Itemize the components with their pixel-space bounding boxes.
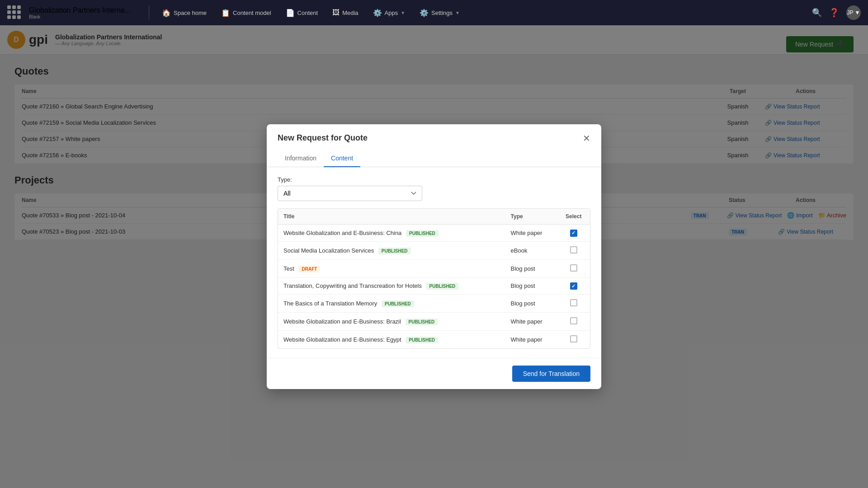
select-checkbox[interactable] bbox=[570, 282, 577, 290]
content-title: Social Media Localization Services PUBLI… bbox=[278, 241, 505, 259]
content-title: Translation, Copywriting and Transcreati… bbox=[278, 277, 505, 295]
col-title: Title bbox=[278, 209, 505, 225]
home-icon: 🏠 bbox=[162, 9, 171, 17]
send-translation-label: Send for Translation bbox=[523, 370, 580, 377]
content-title: Website Globalization and E-Business: Ch… bbox=[278, 225, 505, 242]
type-form-group: Type: AllBlog posteBookWhite paper bbox=[278, 176, 590, 201]
content-type: Blog post bbox=[505, 295, 557, 313]
nav-space-home[interactable]: 🏠 Space home bbox=[156, 6, 212, 20]
modal-overlay: New Request for Quote ✕ Information Cont… bbox=[0, 25, 868, 488]
content-select bbox=[557, 225, 590, 242]
content-select bbox=[557, 241, 590, 259]
status-badge: PUBLISHED bbox=[378, 248, 411, 254]
select-checkbox[interactable] bbox=[570, 230, 577, 237]
content-row: The Basics of a Translation Memory PUBLI… bbox=[278, 295, 590, 313]
status-badge: PUBLISHED bbox=[426, 283, 459, 290]
content-type: White paper bbox=[505, 225, 557, 242]
content-select bbox=[557, 331, 590, 349]
content-table-wrapper: Title Type Select Website Globalization … bbox=[278, 208, 590, 349]
brand-title: Globalization Partners Interna... Blank bbox=[29, 6, 131, 19]
content-model-icon: 📋 bbox=[221, 9, 230, 17]
tab-content[interactable]: Content bbox=[324, 150, 360, 167]
col-select: Select bbox=[557, 209, 590, 225]
content-type: White paper bbox=[505, 331, 557, 349]
content-row: Translation, Copywriting and Transcreati… bbox=[278, 277, 590, 295]
status-badge: PUBLISHED bbox=[406, 319, 438, 325]
content-title: Test DRAFT bbox=[278, 259, 505, 277]
content-select bbox=[557, 277, 590, 295]
brand-sub: Blank bbox=[29, 14, 131, 19]
select-checkbox[interactable] bbox=[570, 246, 577, 253]
apps-icon: ⚙️ bbox=[373, 9, 382, 17]
content-row: Website Globalization and E-Business: Br… bbox=[278, 313, 590, 331]
modal-body: Type: AllBlog posteBookWhite paper Title… bbox=[267, 167, 601, 358]
content-select bbox=[557, 259, 590, 277]
type-label: Type: bbox=[278, 176, 590, 183]
nav-divider bbox=[149, 5, 149, 20]
content-table-scroll[interactable]: Title Type Select Website Globalization … bbox=[278, 209, 590, 348]
nav-media-label: Media bbox=[342, 9, 358, 16]
nav-settings-label: Settings bbox=[431, 9, 453, 16]
content-type: Blog post bbox=[505, 259, 557, 277]
modal-title: New Request for Quote bbox=[278, 133, 368, 143]
nav-apps-label: Apps bbox=[385, 9, 398, 16]
content-select bbox=[557, 313, 590, 331]
content-row: Website Globalization and E-Business: Ch… bbox=[278, 225, 590, 242]
content-title: Website Globalization and E-Business: Br… bbox=[278, 313, 505, 331]
page-content: D gpi Globalization Partners Internation… bbox=[0, 25, 868, 488]
content-title: The Basics of a Translation Memory PUBLI… bbox=[278, 295, 505, 313]
tab-information-label: Information bbox=[285, 155, 316, 162]
content-type: White paper bbox=[505, 313, 557, 331]
nav-content-model[interactable]: 📋 Content model bbox=[216, 6, 277, 20]
status-badge: PUBLISHED bbox=[406, 230, 439, 237]
main-content: D gpi Globalization Partners Internation… bbox=[0, 25, 868, 488]
status-badge: PUBLISHED bbox=[382, 300, 414, 307]
modal-dialog: New Request for Quote ✕ Information Cont… bbox=[267, 124, 601, 389]
nav-content-label: Content bbox=[297, 9, 318, 16]
modal-header: New Request for Quote ✕ bbox=[267, 124, 601, 143]
top-navbar: Globalization Partners Interna... Blank … bbox=[0, 0, 868, 25]
topnav-right-actions: 🔍 ❓ JP ▼ bbox=[812, 5, 861, 20]
search-icon[interactable]: 🔍 bbox=[812, 8, 822, 18]
status-badge: PUBLISHED bbox=[406, 337, 438, 343]
content-icon: 📄 bbox=[286, 9, 295, 17]
content-title: Website Globalization and E-Business: Eg… bbox=[278, 331, 505, 349]
type-select[interactable]: AllBlog posteBookWhite paper bbox=[278, 186, 422, 201]
modal-tabs: Information Content bbox=[267, 150, 601, 167]
content-type: Blog post bbox=[505, 277, 557, 295]
content-row: Website Globalization and E-Business: Eg… bbox=[278, 331, 590, 349]
brand-name: Globalization Partners Interna... bbox=[29, 6, 131, 14]
settings-chevron-icon: ▼ bbox=[455, 10, 460, 15]
nav-space-home-label: Space home bbox=[174, 9, 207, 16]
nav-content[interactable]: 📄 Content bbox=[280, 6, 324, 20]
apps-chevron-icon: ▼ bbox=[401, 10, 405, 15]
modal-footer: Send for Translation bbox=[267, 358, 601, 389]
media-icon: 🖼 bbox=[332, 9, 340, 17]
modal-close-button[interactable]: ✕ bbox=[583, 134, 590, 143]
select-checkbox[interactable] bbox=[570, 299, 577, 306]
nav-media[interactable]: 🖼 Media bbox=[327, 6, 363, 19]
select-checkbox[interactable] bbox=[570, 264, 577, 272]
content-row: Test DRAFT Blog post bbox=[278, 259, 590, 277]
avatar[interactable]: JP ▼ bbox=[846, 5, 861, 20]
nav-apps[interactable]: ⚙️ Apps ▼ bbox=[368, 6, 411, 20]
select-checkbox[interactable] bbox=[570, 335, 577, 343]
tab-information[interactable]: Information bbox=[278, 150, 324, 167]
apps-grid-icon[interactable] bbox=[7, 5, 22, 20]
content-type: eBook bbox=[505, 241, 557, 259]
settings-icon: ⚙️ bbox=[420, 9, 429, 17]
send-translation-button[interactable]: Send for Translation bbox=[512, 366, 590, 382]
col-type: Type bbox=[505, 209, 557, 225]
help-icon[interactable]: ❓ bbox=[829, 8, 839, 18]
nav-settings[interactable]: ⚙️ Settings ▼ bbox=[414, 6, 465, 20]
status-badge: DRAFT bbox=[298, 266, 320, 272]
content-table-header-row: Title Type Select bbox=[278, 209, 590, 225]
content-table: Title Type Select Website Globalization … bbox=[278, 209, 590, 348]
select-checkbox[interactable] bbox=[570, 317, 577, 324]
content-select bbox=[557, 295, 590, 313]
tab-content-label: Content bbox=[331, 155, 353, 162]
nav-content-model-label: Content model bbox=[233, 9, 271, 16]
content-row: Social Media Localization Services PUBLI… bbox=[278, 241, 590, 259]
